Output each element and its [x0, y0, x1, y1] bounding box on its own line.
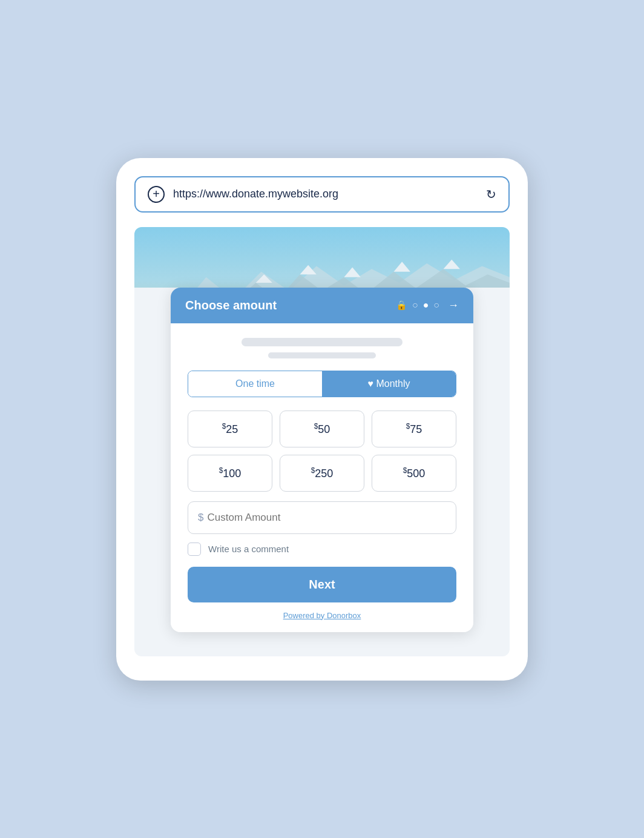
amount-25-button[interactable]: $25: [188, 411, 272, 447]
browser-content: Choose amount 🔒 ○ ● ○ →: [134, 227, 510, 656]
svg-marker-6: [444, 260, 460, 269]
monthly-button[interactable]: ♥ Monthly: [322, 371, 456, 397]
amount-500-button[interactable]: $500: [372, 455, 456, 492]
card-title: Choose amount: [185, 299, 277, 312]
amount-250-button[interactable]: $250: [280, 455, 364, 492]
powered-by-link[interactable]: Powered by Donorbox: [188, 611, 456, 620]
svg-marker-5: [394, 262, 410, 271]
step-icon-2: ●: [423, 300, 429, 311]
heart-icon: ♥: [368, 378, 376, 389]
donation-card: Choose amount 🔒 ○ ● ○ →: [171, 288, 473, 632]
svg-marker-4: [344, 267, 360, 277]
arrow-icon: →: [448, 299, 459, 312]
placeholder-subtitle-bar: [268, 352, 376, 358]
amount-50-button[interactable]: $50: [280, 411, 364, 447]
url-display: https://www.donate.mywebsite.org: [173, 188, 478, 200]
card-header: Choose amount 🔒 ○ ● ○ →: [171, 288, 473, 323]
placeholder-title-bar: [242, 338, 402, 346]
header-icons: 🔒 ○ ● ○ →: [396, 299, 459, 312]
amount-grid: $25 $50 $75 $100 $250 $500: [188, 411, 456, 492]
comment-checkbox[interactable]: [188, 543, 201, 556]
amount-75-button[interactable]: $75: [372, 411, 456, 447]
next-button[interactable]: Next: [188, 567, 456, 602]
device-frame: + https://www.donate.mywebsite.org ↻: [116, 158, 528, 681]
frequency-toggle: One time ♥ Monthly: [188, 371, 456, 397]
step-icon-3: ○: [433, 300, 439, 311]
plus-icon[interactable]: +: [148, 186, 165, 203]
custom-amount-input[interactable]: [207, 512, 446, 524]
custom-amount-wrapper: $: [188, 501, 456, 534]
step-icon-1: ○: [412, 300, 418, 311]
lock-icon: 🔒: [396, 300, 407, 311]
amount-100-button[interactable]: $100: [188, 455, 272, 492]
reload-icon[interactable]: ↻: [486, 187, 496, 202]
one-time-button[interactable]: One time: [188, 371, 322, 397]
comment-label: Write us a comment: [208, 544, 289, 554]
card-body: One time ♥ Monthly $25 $50 $75 $100 $250…: [171, 323, 473, 632]
browser-bar: + https://www.donate.mywebsite.org ↻: [134, 176, 510, 213]
comment-row: Write us a comment: [188, 543, 456, 556]
dollar-prefix: $: [198, 512, 203, 524]
